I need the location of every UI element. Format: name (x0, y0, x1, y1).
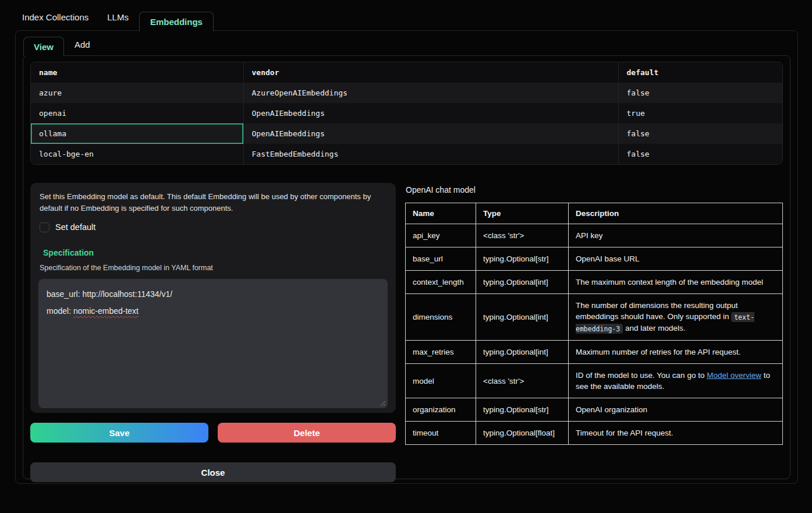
param-description: Maximum number of retries for the API re… (569, 341, 783, 364)
param-name: model (406, 364, 476, 398)
param-row-timeout: timeouttyping.Optional[float]Timeout for… (406, 422, 783, 445)
embeddings-table: name vendor default azureAzureOpenAIEmbe… (30, 62, 783, 165)
column-header-name: name (31, 62, 243, 83)
misspelled-text: nomic-embed-text (73, 306, 139, 316)
yaml-line: model: nomic-embed-text (47, 303, 380, 320)
param-type: typing.Optional[int] (476, 341, 569, 364)
cell-name[interactable]: local-bge-en (31, 144, 243, 164)
cell-name[interactable]: openai (31, 103, 243, 123)
param-description: The maximum context length of the embedd… (569, 271, 783, 294)
param-type: typing.Optional[str] (476, 247, 569, 271)
tab-view[interactable]: View (23, 37, 64, 56)
set-default-row: Set default (38, 221, 388, 233)
tab-embeddings[interactable]: Embeddings (139, 12, 214, 31)
param-name: timeout (406, 422, 476, 445)
cell-default[interactable]: false (618, 123, 782, 144)
param-name: organization (406, 398, 476, 422)
cell-vendor[interactable]: OpenAIEmbeddings (243, 103, 618, 123)
action-buttons-row: Save Delete (30, 423, 396, 443)
tab-llms[interactable]: LLMs (98, 12, 138, 31)
specification-subtitle: Specification of the Embedding model in … (38, 264, 388, 272)
param-description: API key (569, 224, 783, 247)
param-row-organization: organizationtyping.Optional[str]OpenAI o… (406, 398, 783, 422)
close-button[interactable]: Close (30, 462, 396, 482)
cell-name[interactable]: ollama (31, 123, 243, 144)
resize-handle-icon[interactable] (380, 400, 386, 406)
tab-add[interactable]: Add (64, 40, 101, 55)
embeddings-panel: View Add name vendor default azureAzureO… (15, 30, 798, 484)
param-row-max_retries: max_retriestyping.Optional[int]Maximum n… (406, 341, 783, 364)
param-name: max_retries (406, 341, 476, 364)
cell-vendor[interactable]: OpenAIEmbeddings (243, 123, 618, 144)
embedding-detail-column: Set this Embedding model as default. Thi… (30, 183, 396, 482)
specification-heading: Specification (38, 248, 388, 257)
yaml-line: base_url: http://localhost:11434/v1/ (47, 286, 380, 303)
param-name: api_key (406, 224, 476, 247)
set-default-label: Set default (55, 222, 95, 232)
param-description: OpenAI organization (569, 398, 783, 422)
cell-default[interactable]: false (618, 144, 782, 164)
param-name: base_url (406, 247, 476, 271)
param-description: OpenAI base URL (569, 247, 783, 271)
sub-tab-bar: View Add (16, 31, 797, 55)
param-description: ID of the model to use. You can go to Mo… (569, 364, 783, 398)
param-name: context_length (406, 271, 476, 294)
param-type: <class 'str'> (476, 364, 569, 398)
param-type: <class 'str'> (476, 224, 569, 247)
param-row-dimensions: dimensionstyping.Optional[int]The number… (406, 294, 783, 341)
cell-name[interactable]: azure (31, 83, 243, 103)
param-type: typing.Optional[float] (476, 422, 569, 445)
set-default-checkbox[interactable] (40, 222, 49, 232)
model-overview-link[interactable]: Model overview (707, 371, 761, 380)
param-type: typing.Optional[int] (476, 271, 569, 294)
param-type: typing.Optional[str] (476, 398, 569, 422)
column-header-vendor: vendor (243, 62, 618, 83)
main-tab-bar: Index Collections LLMs Embeddings (0, 0, 812, 31)
embedding-row-azure[interactable]: azureAzureOpenAIEmbeddingsfalse (31, 83, 782, 103)
embedding-row-ollama[interactable]: ollamaOpenAIEmbeddingsfalse (31, 123, 782, 144)
column-header-param-type: Type (476, 203, 569, 224)
yaml-spec-editor[interactable]: base_url: http://localhost:11434/v1/mode… (38, 279, 388, 408)
model-info-table: Name Type Description api_key<class 'str… (405, 203, 783, 445)
param-row-model: model<class 'str'>ID of the model to use… (406, 364, 783, 398)
embedding-row-local-bge-en[interactable]: local-bge-enFastEmbedEmbeddingsfalse (31, 144, 782, 164)
tab-index-collections[interactable]: Index Collections (13, 12, 98, 31)
cell-vendor[interactable]: FastEmbedEmbeddings (243, 144, 618, 164)
param-row-base_url: base_urltyping.Optional[str]OpenAI base … (406, 247, 783, 271)
param-description: The number of dimensions the resulting o… (569, 294, 783, 341)
param-row-context_length: context_lengthtyping.Optional[int]The ma… (406, 271, 783, 294)
cell-vendor[interactable]: AzureOpenAIEmbeddings (243, 83, 618, 103)
param-name: dimensions (406, 294, 476, 341)
model-info-header: Name Type Description (406, 203, 783, 224)
cell-default[interactable]: false (618, 83, 782, 103)
delete-button[interactable]: Delete (218, 423, 396, 443)
view-panel: name vendor default azureAzureOpenAIEmbe… (23, 55, 790, 479)
save-button[interactable]: Save (30, 423, 208, 443)
model-info-title: OpenAI chat model (405, 183, 783, 194)
default-and-spec-panel: Set this Embedding model as default. Thi… (30, 183, 396, 413)
model-info-column: OpenAI chat model Name Type Description … (405, 183, 783, 482)
column-header-param-name: Name (406, 203, 476, 224)
param-row-api_key: api_key<class 'str'>API key (406, 224, 783, 247)
embeddings-table-header: name vendor default (31, 62, 782, 83)
column-header-default: default (618, 62, 782, 83)
inline-code: text-embedding-3 (576, 312, 754, 334)
column-header-param-description: Description (569, 203, 783, 224)
embedding-row-openai[interactable]: openaiOpenAIEmbeddingstrue (31, 103, 782, 123)
param-description: Timeout for the API request. (569, 422, 783, 445)
set-default-description: Set this Embedding model as default. Thi… (38, 190, 388, 214)
param-type: typing.Optional[int] (476, 294, 569, 341)
cell-default[interactable]: true (618, 103, 782, 123)
